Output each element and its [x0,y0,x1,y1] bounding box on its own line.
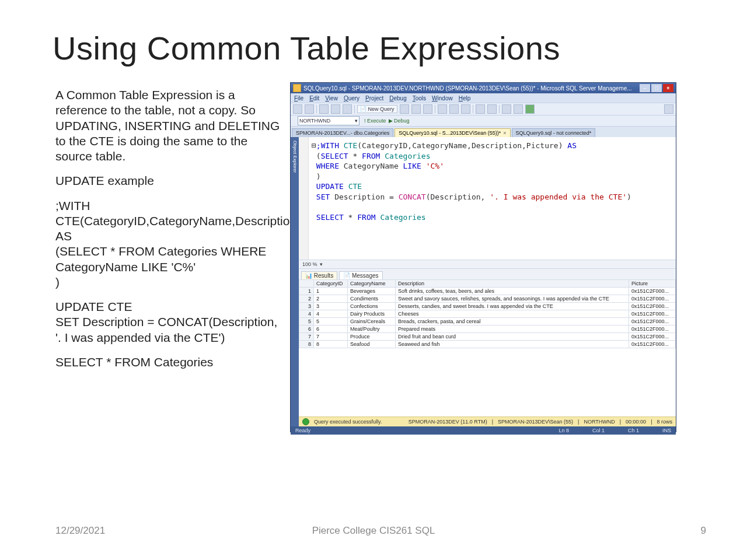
table-row[interactable]: 77ProduceDried fruit and bean curd0x151C… [299,333,676,341]
copy-icon[interactable] [449,104,459,114]
col-categoryname[interactable]: CategoryName [348,280,396,288]
cell-picture: 0x151C2F000... [629,333,676,341]
cell-description: Dried fruit and bean curd [396,333,629,341]
cell-picture: 0x151C2F000... [629,326,676,333]
toolbar-icon[interactable] [502,104,511,114]
menu-query[interactable]: Query [344,95,359,102]
cell-categoryname: Beverages [348,288,396,295]
tab-sqlquery10[interactable]: SQLQuery10.sql - S...2013DEV\Sean (55))*… [395,128,510,137]
table-row[interactable]: 55Grains/CerealsBreads, crackers, pasta,… [299,318,676,326]
maximize-button[interactable]: □ [651,84,662,92]
toolbar-icon[interactable] [423,104,432,114]
results-grid[interactable]: CategoryID CategoryName Description Pict… [299,279,676,416]
paste-icon[interactable] [461,104,470,114]
table-row[interactable]: 88SeafoodSeaweed and fish0x151C2F000... [299,341,676,348]
table-row[interactable]: 66Meat/PoultryPrepared meats0x151C2F000.… [299,326,676,333]
cell-categoryname: Seafood [348,341,396,348]
query-status-bar: Query executed successfully. SPMORAN-201… [299,416,676,426]
tab-results[interactable]: 📊 Results [301,271,337,279]
menu-file[interactable]: File [294,95,303,102]
code-block-2: UPDATE CTE SET Description = CONCAT(Desc… [55,299,286,345]
toolbar-icon[interactable] [400,104,409,114]
toolbar-icon[interactable] [411,104,421,114]
cell-description: Breads, crackers, pasta, and cereal [396,318,629,326]
col-description[interactable]: Description [396,280,629,288]
debug-button[interactable]: ▶ Debug [389,118,410,124]
cell-picture: 0x151C2F000... [629,295,676,303]
cell-description: Desserts, candies, and sweet breads. I w… [396,303,629,310]
row-number: 6 [299,326,314,333]
row-number: 1 [299,288,314,295]
cell-description: Soft drinks, coffees, teas, beers, and a… [396,288,629,295]
subhead: UPDATE example [55,173,286,188]
menu-window[interactable]: Window [432,95,453,102]
cell-categoryname: Grains/Cereals [348,318,396,326]
toolbar-icon[interactable] [293,104,302,114]
status-ch: Ch 1 [628,428,639,433]
play-icon[interactable] [525,104,535,114]
new-query-button[interactable]: 📄 New Query [357,105,397,113]
window-titlebar[interactable]: SQLQuery10.sql - SPMORAN-2013DEV.NORTHWN… [291,83,676,93]
menu-project[interactable]: Project [365,95,383,102]
menu-debug[interactable]: Debug [389,95,406,102]
cell-picture: 0x151C2F000... [629,303,676,310]
row-number: 5 [299,318,314,326]
result-tabs: 📊 Results 📄 Messages [299,269,676,279]
col-picture[interactable]: Picture [629,280,676,288]
sql-editor[interactable]: ⊟;WITH CTE(CategoryID,CategoryName,Descr… [299,137,676,260]
save-icon[interactable] [331,104,340,114]
zoom-level[interactable]: 100 % [302,261,317,267]
close-icon[interactable]: × [503,130,506,136]
undo-icon[interactable] [476,104,485,114]
open-icon[interactable] [319,104,329,114]
slide: Using Common Table Expressions A Common … [0,0,747,560]
table-row[interactable]: 22CondimentsSweet and savory sauces, rel… [299,295,676,303]
tab-categories-table[interactable]: SPMORAN-2013DEV...- dbo.Categories [292,128,393,137]
table-row[interactable]: 11BeveragesSoft drinks, coffees, teas, b… [299,288,676,295]
status-user: SPMORAN-2013DEV\Sean (55) [498,419,573,425]
save-all-icon[interactable] [343,104,352,114]
redo-icon[interactable] [487,104,497,114]
database-select[interactable]: NORTHWND▾ [298,116,359,125]
cell-categoryid: 7 [314,333,348,341]
toolbar-icon[interactable] [514,104,523,114]
cell-categoryid: 4 [314,310,348,318]
minimize-button[interactable]: – [640,84,650,92]
cut-icon[interactable] [438,104,447,114]
document-tabs: SPMORAN-2013DEV...- dbo.Categories SQLQu… [291,127,676,137]
footer-page: 9 [701,525,706,537]
ide-status-bar: Ready Ln 8 Col 1 Ch 1 INS [291,426,676,435]
menu-help[interactable]: Help [459,95,471,102]
menu-tools[interactable]: Tools [413,95,426,102]
table-row[interactable]: 44Dairy ProductsCheeses0x151C2F000... [299,310,676,318]
footer-date: 12/29/2021 [55,525,105,537]
tab-sqlquery9[interactable]: SQLQuery9.sql - not connected* [512,128,596,137]
execute-button[interactable]: ! Execute [364,118,386,124]
cell-categoryname: Dairy Products [348,310,396,318]
table-row[interactable]: 33ConfectionsDesserts, candies, and swee… [299,303,676,310]
zoom-bar: 100 % ▾ [299,260,676,269]
status-col: Col 1 [592,428,605,433]
object-explorer-tab[interactable]: Object Explorer [291,137,299,426]
toolbar-icon[interactable] [305,104,314,114]
menu-view[interactable]: View [325,95,338,102]
cell-categoryname: Meat/Poultry [348,326,396,333]
cell-categoryname: Produce [348,333,396,341]
status-message: Query executed successfully. [314,419,382,425]
editor-area: ⊟;WITH CTE(CategoryID,CategoryName,Descr… [299,137,676,426]
menu-edit[interactable]: Edit [309,95,319,102]
close-button[interactable]: × [663,84,673,92]
col-categoryid[interactable]: CategoryID [314,280,348,288]
footer-center: Pierce College CIS261 SQL [312,525,435,537]
toolbar-main: 📄 New Query [291,103,676,116]
cell-categoryname: Confections [348,303,396,310]
app-icon [293,84,301,92]
find-icon[interactable] [664,104,673,114]
row-number: 7 [299,333,314,341]
cell-categoryid: 2 [314,295,348,303]
editor-gutter [299,137,309,260]
ssms-screenshot: SQLQuery10.sql - SPMORAN-2013DEV.NORTHWN… [291,83,676,432]
toolbar-query: NORTHWND▾ ! Execute ▶ Debug [291,116,676,127]
tab-messages[interactable]: 📄 Messages [339,271,382,279]
left-column: A Common Table Expression is a reference… [55,88,286,379]
